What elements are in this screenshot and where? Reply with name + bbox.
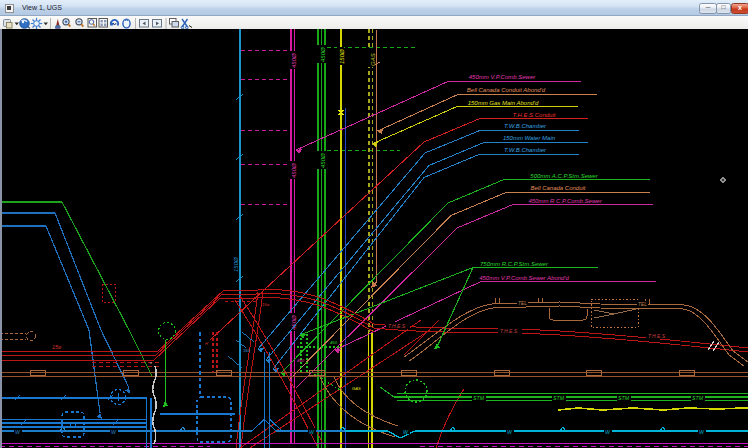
svg-text:450: 450 bbox=[297, 358, 305, 363]
svg-text:T.W.B.Chamber: T.W.B.Chamber bbox=[504, 123, 547, 129]
svg-text:150Ø: 150Ø bbox=[339, 49, 345, 64]
svg-text:450mm R.C.P.Comb.Sewer: 450mm R.C.P.Comb.Sewer bbox=[528, 198, 602, 204]
svg-text:TEL: TEL bbox=[518, 301, 527, 306]
svg-text:T.W.B.Chamber: T.W.B.Chamber bbox=[504, 147, 547, 153]
svg-text:Bell Canada Conduit: Bell Canada Conduit bbox=[530, 185, 585, 191]
svg-text:GAS: GAS bbox=[370, 53, 376, 66]
svg-text:15ø: 15ø bbox=[52, 344, 62, 350]
svg-text:T.H.E.S.Conduit: T.H.E.S.Conduit bbox=[513, 112, 556, 118]
svg-text:450Ø: 450Ø bbox=[291, 53, 297, 68]
svg-text:STM: STM bbox=[692, 395, 704, 401]
svg-text:T.H.E.S.: T.H.E.S. bbox=[648, 333, 666, 339]
svg-text:Bell Canada Conduit Abond'd: Bell Canada Conduit Abond'd bbox=[467, 87, 546, 93]
svg-text:150Ø: 150Ø bbox=[233, 257, 239, 272]
svg-text:STM: STM bbox=[618, 395, 630, 401]
svg-text:150: 150 bbox=[243, 348, 251, 353]
svg-text:STM: STM bbox=[473, 395, 485, 401]
svg-text:T.H.E.S.: T.H.E.S. bbox=[500, 328, 518, 334]
svg-text:450: 450 bbox=[330, 340, 338, 345]
svg-text:GAS: GAS bbox=[352, 386, 361, 391]
svg-text:H: H bbox=[205, 341, 209, 346]
svg-text:750mm R.C.P.Stm.Sewer: 750mm R.C.P.Stm.Sewer bbox=[480, 261, 549, 267]
svg-text:x: x bbox=[149, 360, 153, 365]
svg-text:15ø: 15ø bbox=[262, 302, 270, 307]
svg-text:450mm V.P.Comb.Sewer Abond'd: 450mm V.P.Comb.Sewer Abond'd bbox=[479, 275, 569, 281]
svg-text:T.H.E.S.: T.H.E.S. bbox=[388, 323, 406, 329]
svg-text:450mm V.P.Comb.Sewer: 450mm V.P.Comb.Sewer bbox=[469, 74, 536, 80]
svg-text:STM: STM bbox=[553, 395, 565, 401]
svg-text:TEL: TEL bbox=[638, 302, 647, 307]
svg-text:450Ø: 450Ø bbox=[320, 47, 326, 62]
svg-text:150mm Gas Main Abond'd: 150mm Gas Main Abond'd bbox=[468, 100, 539, 106]
svg-text:450Ø: 450Ø bbox=[320, 153, 326, 168]
svg-text:500mm A.C.P.Stm.Sewer: 500mm A.C.P.Stm.Sewer bbox=[530, 173, 598, 179]
svg-text:150mm Water Main: 150mm Water Main bbox=[503, 135, 556, 141]
svg-text:450Ø: 450Ø bbox=[291, 163, 297, 178]
